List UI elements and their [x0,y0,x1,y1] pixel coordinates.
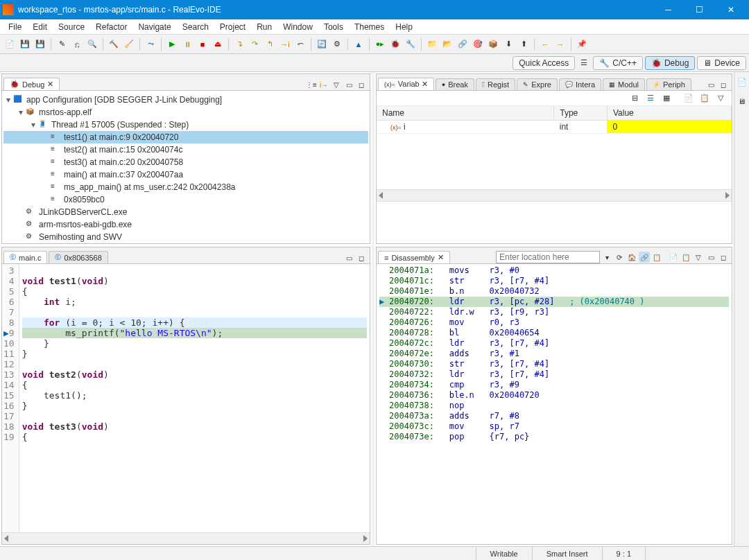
disasm-minimize-icon[interactable]: ▭ [705,252,716,263]
tab-disassembly[interactable]: ≡ Disassembly ✕ [378,251,450,263]
brush-icon[interactable]: ⎌ [70,37,84,51]
debug-icon[interactable]: 🐞 [388,37,402,51]
disasm-opts-icon[interactable]: 📋 [680,252,691,263]
vars-maximize-icon[interactable]: ◻ [718,79,729,90]
disasm-save-icon[interactable]: 📄 [668,252,679,263]
menu-source[interactable]: Source [53,21,90,33]
menu-navigate[interactable]: Navigate [132,21,176,33]
col-type[interactable]: Type [554,106,608,121]
ext-tools-icon[interactable]: 🔧 [404,37,417,51]
save-icon[interactable]: 💾 [18,37,32,51]
tab-break[interactable]: ● Break [436,78,474,90]
menu-file[interactable]: File [3,21,27,33]
disasm-row[interactable]: 2004071c: str r3, [r7, #4] [379,276,729,286]
tree-row[interactable]: ▾📦msrtos-app.elf [3,106,368,119]
tab-expre[interactable]: ✎ Expre [517,78,558,90]
filter-icon[interactable]: ▲ [352,37,365,51]
monitor-icon[interactable]: 🖥 [735,94,749,108]
settings-icon[interactable]: ⚙ [330,37,344,51]
menu-project[interactable]: Project [214,21,251,33]
tree-row[interactable]: ≡0x8059bc0 [3,193,368,206]
build-icon[interactable]: 🔨 [107,37,121,51]
new-icon[interactable]: 📄 [3,37,17,51]
link-icon[interactable]: 🔗 [456,37,470,51]
disconnect-icon[interactable]: ⏏ [211,37,225,51]
tree-row[interactable]: ≡test2() at main.c:15 0x2004074c [3,143,368,156]
save-all-icon[interactable]: 💾 [33,37,47,51]
code-editor[interactable]: 345678▶910111213141516171819 void test1(… [2,264,370,532]
disasm-row[interactable]: 2004072e: adds r3, #1 [379,349,729,359]
tab-modul[interactable]: ▦ Modul [603,78,645,90]
vars-new-watch-icon[interactable]: 📄 [682,91,696,105]
tab-periph[interactable]: ⚡ Periph [646,78,691,90]
disasm-copy-icon[interactable]: 📋 [651,252,662,263]
export-icon[interactable]: ⬆ [517,37,531,51]
menu-window[interactable]: Window [277,21,318,33]
location-input[interactable] [496,251,600,263]
drop-frame-icon[interactable]: ⤺ [293,37,307,51]
quick-access-button[interactable]: Quick Access [513,56,575,70]
menu-help[interactable]: Help [390,21,418,33]
disasm-maximize-icon[interactable]: ◻ [718,252,729,263]
disasm-row[interactable]: 20040738: nop [379,401,729,411]
col-name[interactable]: Name [377,106,554,121]
disasm-row[interactable]: 20040726: mov r0, r3 [379,317,729,328]
maximize-button[interactable]: ☐ [684,0,715,19]
menu-themes[interactable]: Themes [349,21,390,33]
disasm-row[interactable]: 2004071a: movs r3, #0 [379,265,729,276]
vars-collapse-icon[interactable]: ⊟ [628,91,642,105]
disasm-row[interactable]: 20040736: ble.n 0x20040720 [379,390,729,401]
step-mode-icon[interactable]: i→ [318,79,329,90]
step-return-icon[interactable]: ↰ [263,37,277,51]
menu-refactor[interactable]: Refactor [90,21,132,33]
tree-row[interactable]: ⚙JLinkGDBServerCL.exe [3,206,368,218]
open-type-icon[interactable]: 📁 [425,37,439,51]
editor-minimize-icon[interactable]: ▭ [343,252,354,263]
resume-icon[interactable]: ▶ [165,37,179,51]
tab-variab[interactable]: (x)= Variab ✕ [378,78,434,90]
menu-tools[interactable]: Tools [318,21,349,33]
disasm-row[interactable]: 2004072c: ldr r3, [r7, #4] [379,338,729,349]
disasm-row[interactable]: 2004073e: pop {r7, pc} [379,432,729,442]
vars-layout-icon[interactable]: ▦ [660,91,673,105]
editor-tab[interactable]: ⓒ main.c [3,251,47,263]
tab-debug[interactable]: 🐞 Debug ✕ [3,78,60,90]
disasm-row[interactable]: 2004073c: mov sp, r7 [379,421,729,432]
import-icon[interactable]: ⬇ [501,37,515,51]
disasm-row[interactable]: 20040722: ldr.w r3, [r9, r3] [379,307,729,317]
step-over-icon[interactable]: ↷ [248,37,261,51]
view-menu-icon[interactable]: ▽ [331,79,342,90]
disasm-link-icon[interactable]: 🔗 [639,252,650,263]
disasm-row[interactable]: 2004073a: adds r7, #8 [379,411,729,421]
run-icon[interactable]: ●▸ [373,37,387,51]
tree-row[interactable]: ≡ms_app_main() at ms_user.c:242 0x200423… [3,181,368,193]
vars-menu-icon[interactable]: 📋 [698,91,712,105]
search-icon[interactable]: 🔍 [85,37,99,51]
menu-search[interactable]: Search [177,21,214,33]
disasm-dropdown-icon[interactable]: ▽ [693,252,704,263]
wand-icon[interactable]: ✎ [55,37,69,51]
step-into-icon[interactable]: ↴ [232,37,246,51]
disasm-home-icon[interactable]: 🏠 [626,252,637,263]
nav-fwd-icon[interactable]: → [553,37,567,51]
tab-intera[interactable]: 💬 Intera [559,78,601,90]
package-icon[interactable]: 📦 [486,37,500,51]
close-button[interactable]: ✕ [715,0,746,19]
disasm-row[interactable]: 20040732: ldr r3, [r7, #4] [379,369,729,380]
vars-tree-icon[interactable]: ☰ [644,91,657,105]
tree-row[interactable]: ≡test3() at main.c:20 0x20040758 [3,156,368,168]
restart-icon[interactable]: 🔄 [315,37,329,51]
disasm-row[interactable]: 20040734: cmp r3, #9 [379,380,729,390]
debug-view-menu-icon[interactable]: ⋮≡ [306,79,317,90]
nav-back-icon[interactable]: ← [538,37,552,51]
skip-bp-icon[interactable]: ⤳ [144,37,157,51]
clean-icon[interactable]: 🧹 [122,37,136,51]
device-perspective-button[interactable]: 🖥 Device [697,56,746,70]
target-icon[interactable]: 🎯 [471,37,485,51]
disasm-row[interactable]: 2004071e: b.n 0x20040732 [379,286,729,297]
menu-run[interactable]: Run [251,21,277,33]
tree-row[interactable]: ≡main() at main.c:37 0x200407aa [3,168,368,181]
tree-row[interactable]: ⚙arm-msrtos-eabi-gdb.exe [3,218,368,231]
col-value[interactable]: Value [607,106,731,121]
debug-perspective-button[interactable]: 🐞 Debug [645,56,695,70]
